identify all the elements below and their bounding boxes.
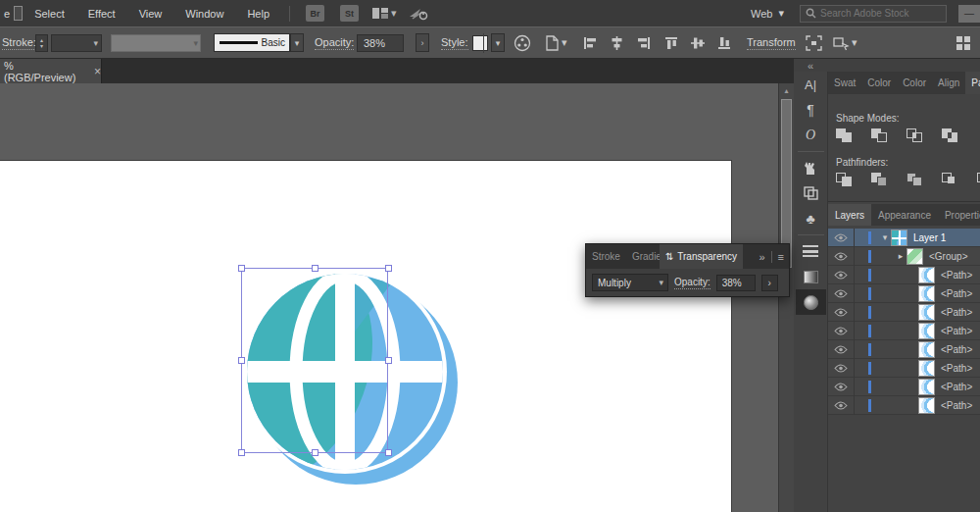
expand-chevron[interactable]: ▾ — [879, 232, 891, 242]
layer-name[interactable]: <Path> — [941, 344, 972, 355]
layer-name[interactable]: <Path> — [941, 288, 972, 299]
panel-menu-icon[interactable] — [778, 251, 784, 263]
layer-name[interactable]: <Path> — [941, 400, 972, 411]
tab-appearance[interactable]: Appearance — [871, 204, 938, 226]
brushes-panel-icon[interactable] — [796, 155, 826, 180]
canvas-vertical-scrollbar[interactable] — [778, 83, 794, 512]
selection-handle-n[interactable] — [312, 265, 318, 272]
selection-handle-w[interactable] — [238, 357, 245, 364]
selection-handle-sw[interactable] — [238, 449, 245, 456]
graphic-styles-panel-icon[interactable] — [796, 180, 826, 206]
search-input[interactable] — [820, 8, 938, 19]
crop-icon[interactable] — [942, 173, 959, 187]
character-panel-icon[interactable] — [796, 72, 826, 97]
minimize-button[interactable]: — — [958, 5, 980, 23]
layer-name[interactable]: <Path> — [941, 326, 972, 336]
workspace-switcher[interactable]: Web — [741, 7, 794, 20]
layer-row[interactable]: <Path> — [828, 340, 980, 359]
layer-thumbnail[interactable] — [906, 248, 923, 265]
align-horizontal-right-icon[interactable] — [636, 36, 651, 50]
gpu-performance-icon[interactable] — [409, 7, 428, 21]
merge-icon[interactable] — [906, 173, 924, 187]
layer-thumbnail[interactable] — [918, 341, 935, 358]
tab-layers[interactable]: Layers — [828, 204, 871, 226]
step-down-icon[interactable] — [40, 43, 43, 49]
transform-link[interactable]: Transform — [747, 36, 796, 50]
canvas-area[interactable] — [0, 83, 778, 512]
stroke-weight-combo[interactable] — [51, 34, 102, 52]
intersect-icon[interactable] — [906, 128, 924, 143]
layer-thumbnail[interactable] — [918, 323, 935, 339]
stock-search[interactable] — [800, 5, 947, 23]
opacity-value-field[interactable]: 38% — [357, 34, 404, 52]
opacity-expand-button[interactable] — [416, 33, 429, 52]
visibility-toggle[interactable] — [828, 266, 855, 284]
document-tab[interactable]: % (RGB/Preview) × — [0, 59, 102, 83]
panel-opacity-value[interactable]: 38% — [716, 275, 756, 291]
layer-row[interactable]: <Path> — [828, 303, 980, 322]
divide-icon[interactable] — [836, 173, 854, 187]
opentype-panel-icon[interactable] — [796, 123, 826, 148]
stroke-label[interactable]: Stroke: — [2, 36, 36, 50]
visibility-toggle[interactable] — [828, 322, 855, 340]
tab-align[interactable]: Align — [932, 72, 965, 94]
visibility-toggle[interactable] — [828, 396, 855, 415]
visibility-toggle[interactable] — [828, 284, 855, 303]
minus-front-icon[interactable] — [871, 128, 889, 143]
gradient-panel-icon[interactable] — [796, 264, 826, 289]
tab-stroke[interactable]: Stroke — [586, 244, 626, 269]
layer-name[interactable]: <Path> — [941, 363, 972, 374]
transparency-panel-icon[interactable] — [796, 289, 826, 315]
layer-thumbnail[interactable] — [918, 285, 935, 302]
align-horizontal-center-icon[interactable] — [610, 36, 624, 50]
stock-button[interactable]: St — [340, 5, 359, 22]
style-dropdown-button[interactable] — [491, 33, 505, 52]
select-similar-dropdown[interactable] — [833, 35, 858, 51]
panel-opacity-expand-button[interactable] — [761, 275, 778, 291]
stroke-panel-icon[interactable] — [796, 238, 826, 264]
align-vertical-bottom-icon[interactable] — [717, 36, 732, 50]
opacity-label[interactable]: Opacity: — [315, 36, 354, 50]
visibility-toggle[interactable] — [828, 247, 855, 266]
visibility-toggle[interactable] — [828, 340, 855, 359]
layer-name[interactable]: <Path> — [941, 307, 972, 318]
visibility-toggle[interactable] — [828, 359, 855, 378]
tab-gradient[interactable]: Gradie — [626, 244, 660, 269]
layer-row[interactable]: ▾ Layer 1 — [828, 229, 980, 247]
selection-handle-se[interactable] — [385, 449, 392, 456]
unite-icon[interactable] — [836, 128, 854, 143]
bridge-button[interactable]: Br — [306, 5, 324, 22]
exclude-icon[interactable] — [942, 128, 959, 143]
panel-opacity-label[interactable]: Opacity: — [674, 277, 710, 289]
visibility-toggle[interactable] — [828, 378, 855, 396]
layer-row[interactable]: <Path> — [828, 266, 980, 284]
symbols-panel-icon[interactable] — [796, 206, 826, 231]
style-label[interactable]: Style: — [441, 36, 468, 50]
stroke-weight-stepper[interactable] — [35, 34, 48, 52]
layer-name[interactable]: Layer 1 — [913, 232, 946, 243]
layer-row[interactable]: <Path> — [828, 396, 980, 415]
layer-row[interactable]: <Path> — [828, 322, 980, 340]
arrange-documents-dropdown[interactable] — [372, 7, 397, 20]
layer-thumbnail[interactable] — [918, 397, 935, 414]
selection-handle-s[interactable] — [312, 449, 318, 456]
layer-thumbnail[interactable] — [918, 379, 935, 395]
tab-swatches[interactable]: Swat — [828, 72, 861, 94]
layer-thumbnail[interactable] — [918, 360, 935, 377]
align-vertical-top-icon[interactable] — [664, 36, 679, 50]
visibility-toggle[interactable] — [828, 229, 855, 247]
expand-panel-icon[interactable] — [759, 251, 764, 263]
layer-row[interactable]: <Path> — [828, 378, 980, 396]
selection-bounding-box[interactable] — [241, 268, 388, 453]
scroll-up-arrow[interactable] — [779, 83, 794, 97]
layer-thumbnail[interactable] — [918, 304, 935, 321]
layer-name[interactable]: <Path> — [941, 382, 972, 392]
recolor-artwork-icon[interactable] — [514, 34, 531, 52]
close-icon[interactable]: × — [94, 65, 101, 78]
layer-name[interactable]: <Path> — [941, 270, 972, 281]
align-horizontal-left-icon[interactable] — [583, 36, 598, 50]
tab-pathfinder[interactable]: Path — [965, 72, 980, 94]
menu-item-select[interactable]: Select — [23, 8, 76, 20]
expand-chevron[interactable]: ▸ — [895, 251, 906, 261]
layer-name[interactable]: <Group> — [929, 251, 967, 262]
